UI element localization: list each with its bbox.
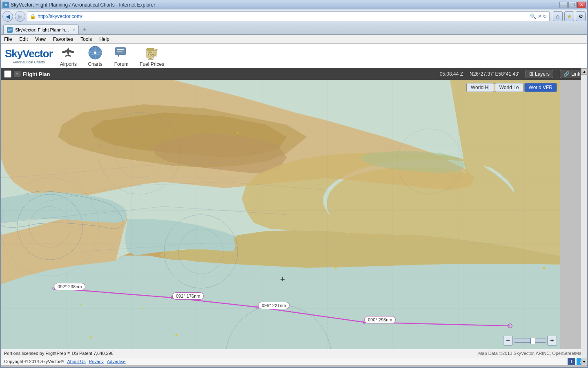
map-data-text: Map Data ©2013 SkyVector, ARINC, OpenStr… — [478, 351, 584, 356]
svg-marker-8 — [118, 55, 119, 57]
layers-label: Layers — [535, 71, 550, 77]
menu-help[interactable]: Help — [96, 36, 113, 43]
title-bar: e SkyVector: Flight Planning / Aeronauti… — [1, 0, 587, 9]
settings-button[interactable]: ⚙ — [576, 11, 586, 21]
new-tab-button[interactable]: + — [79, 25, 90, 34]
nav-forum[interactable]: Forum — [110, 43, 132, 69]
flight-plan-toggle[interactable]: ≡ — [14, 71, 20, 77]
svg-point-64 — [205, 151, 205, 152]
menu-favorites[interactable]: Favorites — [50, 36, 76, 43]
utc-time: 05:08:44 Z — [440, 71, 463, 77]
charts-label: Charts — [88, 61, 102, 67]
scroll-up-button[interactable]: ▲ — [581, 68, 588, 75]
app-header: SkyVector Aeronautical Charts Airports — [1, 44, 587, 68]
airports-icon — [60, 45, 76, 61]
close-button[interactable]: ✕ — [577, 2, 586, 8]
logo-sub: Aeronautical Charts — [13, 60, 45, 64]
back-button[interactable]: ◀ — [2, 11, 13, 22]
license-text: Portions licensed by FlightPrep™ US Pate… — [4, 351, 114, 356]
chart-buttons: World Hi World Lo World VFR — [466, 83, 557, 92]
tab-label: SkyVector: Flight Plannin... — [15, 27, 69, 32]
svg-point-74 — [543, 267, 545, 269]
svg-point-72 — [237, 132, 238, 134]
lock-icon: 🔒 — [30, 13, 36, 19]
zoom-thumb[interactable] — [530, 338, 535, 344]
link-label: Link — [571, 71, 580, 77]
address-input[interactable] — [38, 13, 530, 19]
fuel-label: Fuel Prices — [140, 61, 164, 67]
map-coordinates: N26°27.37' E58°41.43' — [470, 71, 519, 77]
menu-tools[interactable]: Tools — [77, 36, 95, 43]
airports-label: Airports — [60, 61, 77, 67]
advertise-link[interactable]: Advertise — [107, 359, 126, 364]
svg-point-61 — [156, 157, 157, 158]
menu-bar: File Edit View Favorites Tools Help — [1, 35, 587, 44]
zoom-slider[interactable] — [514, 339, 546, 343]
svg-rect-10 — [147, 48, 154, 51]
svg-rect-7 — [117, 51, 122, 52]
scroll-down-button[interactable]: ▼ — [581, 359, 587, 365]
right-scrollbar[interactable]: ▲ ▼ — [581, 68, 587, 365]
logo-area: SkyVector Aeronautical Charts — [5, 47, 53, 64]
route-label-text-3: 096° 221nm — [258, 302, 290, 309]
menu-edit[interactable]: Edit — [16, 36, 31, 43]
home-button[interactable]: ⌂ — [553, 11, 563, 21]
svg-point-70 — [80, 304, 81, 305]
forum-label: Forum — [114, 61, 129, 67]
about-us-link[interactable]: About Us — [67, 359, 85, 364]
world-vfr-button[interactable]: World VFR — [524, 83, 557, 92]
map-container[interactable]: 092° 238nm 092° 176nm 096° 221nm 090° 29… — [1, 80, 560, 349]
address-search-icon[interactable]: 🔍 — [530, 13, 536, 19]
facebook-icon[interactable]: f — [568, 358, 575, 365]
layers-icon: ⊞ — [529, 71, 533, 77]
favorites-button[interactable]: ★ — [564, 11, 574, 21]
fuel-icon: 100LL Jet A — [144, 45, 160, 61]
world-hi-button[interactable]: World Hi — [466, 83, 494, 92]
layers-button[interactable]: ⊞ Layers — [526, 70, 553, 78]
svg-text:Jet A: Jet A — [148, 57, 154, 60]
svg-point-4 — [94, 52, 96, 54]
address-bar: ◀ ▶ 🔒 🔍 ✕ ↻ ⌂ ★ ⚙ — [1, 9, 587, 23]
svg-point-67 — [254, 152, 255, 153]
nav-airports[interactable]: Airports — [57, 43, 80, 69]
svg-point-69 — [176, 334, 178, 337]
tab-bar: SV SkyVector: Flight Plannin... × + — [1, 23, 587, 35]
world-lo-button[interactable]: World Lo — [495, 83, 523, 92]
link-icon: 🔗 — [564, 71, 570, 77]
menu-view[interactable]: View — [32, 36, 49, 43]
tab-close-button[interactable]: × — [73, 27, 75, 32]
go-button[interactable]: ↻ — [543, 13, 547, 19]
zoom-out-button[interactable]: − — [503, 336, 513, 346]
menu-file[interactable]: File — [1, 36, 15, 43]
address-input-wrap: 🔒 🔍 ✕ ↻ — [27, 11, 550, 21]
svg-point-66 — [237, 147, 238, 148]
forward-button[interactable]: ▶ — [15, 11, 25, 22]
copyright-bar: Copyright © 2014 SkyVector® About Us Pri… — [1, 357, 587, 365]
svg-point-63 — [188, 159, 189, 160]
window-controls: — ❐ ✕ — [559, 2, 586, 8]
ie-icon: e — [2, 2, 9, 8]
flight-plan-label: Flight Plan — [23, 71, 50, 77]
route-label-text-1: 092° 238nm — [54, 283, 85, 290]
flight-plan-bar: ≡ Flight Plan 05:08:44 Z N26°27.37' E58°… — [1, 68, 587, 80]
svg-point-62 — [172, 165, 173, 166]
privacy-link[interactable]: Privacy — [89, 359, 104, 364]
copyright-text: Copyright © 2014 SkyVector® — [4, 359, 64, 364]
nav-charts[interactable]: Charts — [84, 43, 106, 69]
window-title: SkyVector: Flight Planning / Aeronautica… — [11, 2, 155, 8]
svg-point-68 — [90, 337, 92, 339]
flight-plan-input-button[interactable] — [4, 70, 11, 78]
active-tab[interactable]: SV SkyVector: Flight Plannin... × — [3, 25, 79, 34]
minimize-button[interactable]: — — [559, 2, 568, 8]
zoom-in-button[interactable]: + — [547, 336, 557, 346]
tab-favicon: SV — [7, 27, 13, 33]
restore-button[interactable]: ❐ — [568, 2, 577, 8]
forum-icon — [114, 45, 129, 61]
route-label-text-2: 092° 176nm — [172, 292, 204, 300]
svg-point-65 — [221, 155, 222, 156]
logo-text: SkyVector — [5, 47, 53, 60]
nav-fuel[interactable]: 100LL Jet A Fuel Prices — [136, 43, 167, 69]
zoom-controls: − + — [503, 336, 557, 346]
bottom-bar: Portions licensed by FlightPrep™ US Pate… — [1, 349, 587, 357]
refresh-button[interactable]: ✕ — [538, 13, 542, 19]
